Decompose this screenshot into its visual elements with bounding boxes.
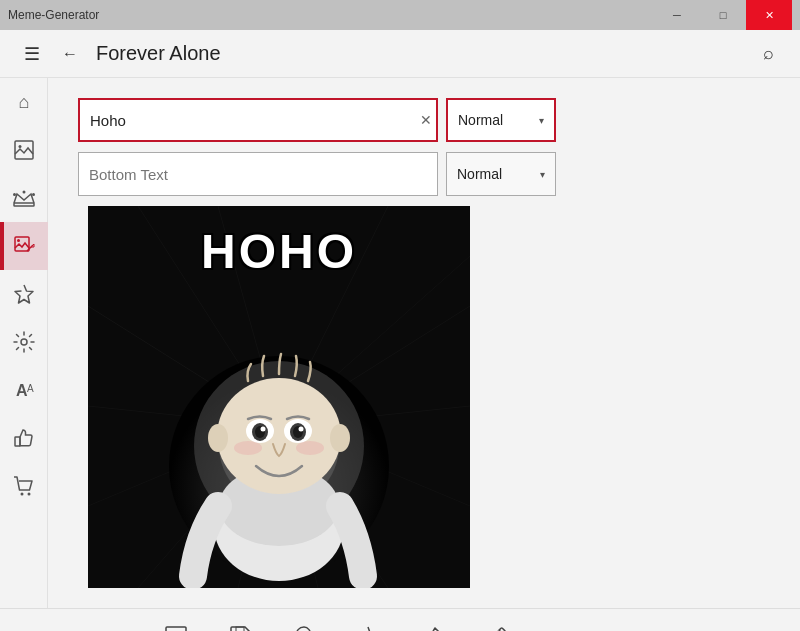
cart-icon <box>13 475 35 497</box>
hamburger-button[interactable]: ☰ <box>12 34 52 74</box>
text-toolbar-button[interactable]: A <box>538 615 582 632</box>
svg-point-40 <box>261 427 266 432</box>
header: ☰ ← Forever Alone ⌕ <box>0 30 800 78</box>
close-button[interactable]: ✕ <box>746 0 792 30</box>
image-toolbar-button[interactable] <box>154 615 198 632</box>
star-icon <box>13 283 35 305</box>
top-input-wrapper: ✕ <box>78 98 438 142</box>
titlebar-title: Meme-Generator <box>8 8 654 22</box>
svg-point-14 <box>28 493 31 496</box>
maximize-button[interactable]: □ <box>700 0 746 30</box>
pencil-toolbar-icon <box>484 625 508 632</box>
top-font-dropdown-arrow: ▾ <box>539 115 544 126</box>
svg-rect-2 <box>14 203 34 206</box>
bottom-toolbar: A <box>0 608 800 631</box>
sidebar-item-like[interactable] <box>0 414 48 462</box>
pin-toolbar-icon <box>420 625 444 632</box>
gallery-icon <box>13 139 35 161</box>
minimize-button[interactable]: ─ <box>654 0 700 30</box>
top-font-dropdown[interactable]: Normal ▾ <box>446 98 556 142</box>
sidebar-item-gallery[interactable] <box>0 126 48 174</box>
sidebar-item-favorites[interactable] <box>0 270 48 318</box>
sidebar-item-image-edit[interactable] <box>0 222 48 270</box>
bottom-font-dropdown[interactable]: Normal ▾ <box>446 152 556 196</box>
main-layout: ⌂ <box>0 78 800 608</box>
svg-point-1 <box>19 145 22 148</box>
bottom-text-input[interactable] <box>78 152 438 196</box>
svg-text:A: A <box>552 627 566 632</box>
thumbs-up-icon <box>13 427 35 449</box>
top-input-row: ✕ Normal ▾ <box>78 98 758 142</box>
back-button[interactable]: ← <box>52 36 88 72</box>
top-font-dropdown-value: Normal <box>458 112 503 128</box>
more-toolbar-icon <box>612 625 636 632</box>
bottom-font-dropdown-arrow: ▾ <box>540 169 545 180</box>
svg-point-4 <box>13 193 16 196</box>
svg-point-44 <box>299 427 304 432</box>
sidebar-item-settings[interactable] <box>0 318 48 366</box>
crown-icon <box>13 189 35 207</box>
sidebar-item-home[interactable]: ⌂ <box>0 78 48 126</box>
svg-point-45 <box>234 441 262 455</box>
bottom-input-wrapper <box>78 152 438 196</box>
svg-point-46 <box>296 441 324 455</box>
sidebar-item-text[interactable]: A A <box>0 366 48 414</box>
meme-canvas: HOHO <box>88 206 470 588</box>
svg-point-7 <box>17 239 20 242</box>
sidebar-item-crown[interactable] <box>0 174 48 222</box>
more-toolbar-button[interactable] <box>602 615 646 632</box>
sidebar-item-cart[interactable] <box>0 462 48 510</box>
top-text-input[interactable] <box>78 98 438 142</box>
clear-top-input-button[interactable]: ✕ <box>420 113 432 127</box>
search-header-button[interactable]: ⌕ <box>748 34 788 74</box>
titlebar: Meme-Generator ─ □ ✕ <box>0 0 800 30</box>
svg-point-3 <box>23 191 26 194</box>
save-toolbar-button[interactable] <box>218 615 262 632</box>
svg-text:A: A <box>27 383 34 394</box>
bottom-font-dropdown-value: Normal <box>457 166 502 182</box>
titlebar-controls: ─ □ ✕ <box>654 0 792 30</box>
save-toolbar-icon <box>228 625 252 632</box>
svg-point-48 <box>330 424 350 452</box>
edit-toolbar-button[interactable] <box>474 615 518 632</box>
pin-toolbar-button[interactable] <box>410 615 454 632</box>
svg-point-13 <box>21 493 24 496</box>
content-area: ✕ Normal ▾ Normal ▾ HOHO <box>48 78 800 608</box>
image-toolbar-icon <box>164 625 188 632</box>
star-toolbar-button[interactable] <box>346 615 390 632</box>
app: ☰ ← Forever Alone ⌕ ⌂ <box>0 30 800 631</box>
ghost-toolbar-button[interactable] <box>282 615 326 632</box>
image-edit-icon <box>13 235 35 257</box>
svg-point-5 <box>32 193 35 196</box>
svg-point-9 <box>21 339 27 345</box>
svg-rect-49 <box>166 627 186 632</box>
ghost-toolbar-icon <box>292 625 316 632</box>
text-toolbar-icon: A <box>548 625 572 632</box>
meme-top-text: HOHO <box>88 224 470 279</box>
svg-rect-12 <box>15 437 20 446</box>
page-title: Forever Alone <box>88 42 748 65</box>
svg-point-47 <box>208 424 228 452</box>
bottom-input-row: Normal ▾ <box>78 152 758 196</box>
star-toolbar-icon <box>356 625 380 632</box>
sidebar: ⌂ <box>0 78 48 608</box>
gear-icon <box>13 331 35 353</box>
text-format-icon: A A <box>13 379 35 401</box>
svg-rect-6 <box>15 237 29 251</box>
